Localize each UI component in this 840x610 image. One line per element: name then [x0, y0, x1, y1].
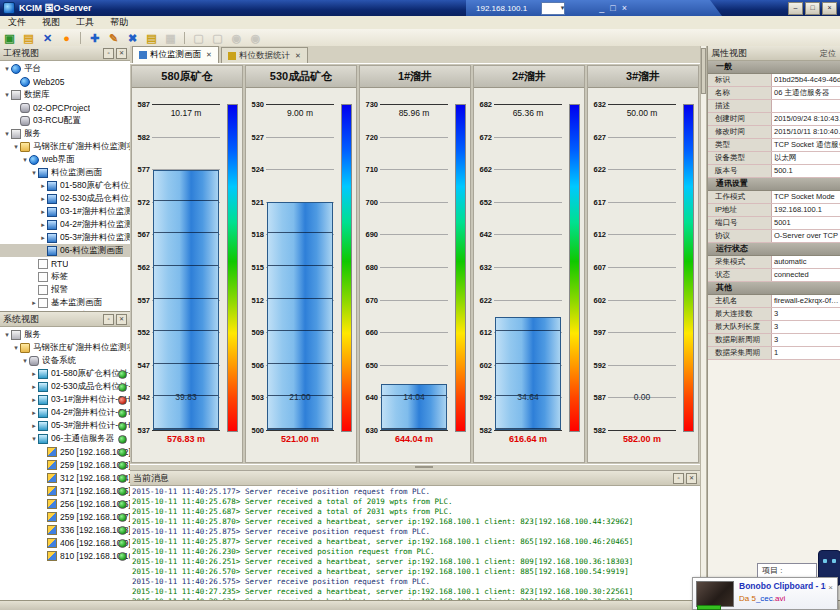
- tree-item[interactable]: ▾马钢张庄矿溜井料位监测项目-: [0, 341, 130, 354]
- tree-expander[interactable]: ▾: [3, 91, 11, 99]
- mdi-button[interactable]: □: [610, 3, 615, 13]
- horizontal-splitter[interactable]: [130, 464, 700, 471]
- save-icon[interactable]: ▦: [162, 31, 179, 45]
- tree-item[interactable]: ▸03-1#溜井料位监测-Mon: [0, 205, 130, 218]
- monitor-a-icon[interactable]: ▢: [190, 31, 207, 45]
- document-tab[interactable]: 料位监测画面✕: [132, 46, 219, 63]
- menu-item[interactable]: 工具: [68, 16, 102, 29]
- property-row[interactable]: 版本号500.1: [708, 165, 840, 178]
- mdi-dropdown[interactable]: ▾: [541, 2, 565, 15]
- panel-close-icon[interactable]: ✕: [116, 48, 127, 59]
- list-view-icon[interactable]: ▤: [143, 31, 160, 45]
- property-row[interactable]: 采集模式automatic: [708, 256, 840, 269]
- tree-expander[interactable]: ▾: [3, 130, 11, 138]
- tree-expander[interactable]: ▸: [30, 299, 38, 307]
- tree-expander[interactable]: ▾: [3, 65, 11, 73]
- tree-item[interactable]: ▸02-530成品仓料位计-CH…: [0, 380, 130, 393]
- tree-item[interactable]: 259 [192.168.10.3]…: [0, 458, 130, 471]
- tree-item[interactable]: ▸01-580原矿仓料位计-CH…: [0, 367, 130, 380]
- tree-item[interactable]: ▸04-2#溜井料位计-CH…: [0, 406, 130, 419]
- window-button[interactable]: ×: [822, 2, 837, 15]
- property-row[interactable]: 创建时间2015/09/24 8:10:43…: [708, 113, 840, 126]
- tab-close-icon[interactable]: ✕: [295, 52, 301, 60]
- property-row[interactable]: 设备类型以太网: [708, 152, 840, 165]
- log-close-icon[interactable]: ✕: [686, 473, 697, 484]
- property-row[interactable]: 状态connected: [708, 269, 840, 282]
- tree-item[interactable]: 259 [192.168.10.7]…: [0, 510, 130, 523]
- property-section-header[interactable]: 一般: [708, 61, 840, 74]
- run-icon[interactable]: ◉: [228, 31, 245, 45]
- tree-item[interactable]: 报警: [0, 283, 130, 296]
- tree-expander[interactable]: ▸: [30, 409, 38, 417]
- property-row[interactable]: 描述: [708, 100, 840, 113]
- vertical-scrollbar[interactable]: [700, 46, 707, 600]
- panel-pin-icon[interactable]: ▫: [103, 48, 114, 59]
- tree-item[interactable]: 312 [192.168.10.4]…: [0, 471, 130, 484]
- property-row[interactable]: 名称06 主通信服务器: [708, 87, 840, 100]
- stop-icon[interactable]: ◉: [247, 31, 264, 45]
- property-row[interactable]: 标识01bd25b4-4c49-46d5…: [708, 74, 840, 87]
- menu-item[interactable]: 帮助: [102, 16, 136, 29]
- panel-pin-icon[interactable]: ▫: [103, 314, 114, 325]
- mdi-button[interactable]: _: [599, 3, 604, 13]
- notification-close-icon[interactable]: ×: [826, 581, 834, 606]
- property-row[interactable]: 最大连接数3: [708, 308, 840, 321]
- property-row[interactable]: 修改时间2015/10/11 8:10:40…: [708, 126, 840, 139]
- edit-icon[interactable]: ✎: [105, 31, 122, 45]
- tree-expander[interactable]: ▸: [30, 370, 38, 378]
- tree-item[interactable]: ▸基本监测画面: [0, 296, 130, 309]
- tree-item[interactable]: 256 [192.168.10.6]…: [0, 497, 130, 510]
- tree-expander[interactable]: ▸: [39, 221, 47, 229]
- open-project-icon[interactable]: ▣: [1, 31, 18, 45]
- monitor-b-icon[interactable]: ▢: [209, 31, 226, 45]
- alarm-icon[interactable]: ●: [58, 31, 75, 45]
- property-row[interactable]: 数据刷新周期3: [708, 334, 840, 347]
- tree-item[interactable]: ▸02-530成品仓料位监测-Mon: [0, 192, 130, 205]
- tree-expander[interactable]: ▸: [39, 182, 47, 190]
- tree-expander[interactable]: ▾: [21, 357, 29, 365]
- tree-item[interactable]: ▸05-3#溜井料位监测-Mon: [0, 231, 130, 244]
- tree-item[interactable]: 250 [192.168.10.2]…: [0, 445, 130, 458]
- property-section-header[interactable]: 运行状态: [708, 243, 840, 256]
- tree-item[interactable]: ▾06-主通信服务器: [0, 432, 130, 445]
- close-project-icon[interactable]: ✕: [39, 31, 56, 45]
- window-button[interactable]: –: [788, 2, 803, 15]
- property-row[interactable]: 数据采集周期1: [708, 347, 840, 360]
- open-folder-icon[interactable]: ▤: [20, 31, 37, 45]
- mdi-document-tab[interactable]: 192.168.100.1 ▾ _□×: [466, 0, 722, 16]
- tree-item[interactable]: ▾服务: [0, 328, 130, 341]
- tree-item[interactable]: ▾料位监测画面: [0, 166, 130, 179]
- tree-expander[interactable]: ▸: [30, 422, 38, 430]
- tree-item[interactable]: ▾平台: [0, 62, 130, 75]
- tree-expander[interactable]: ▸: [30, 383, 38, 391]
- tree-item-selected[interactable]: 06-料位监测画面: [0, 244, 130, 257]
- tree-item[interactable]: ▾设备系统: [0, 354, 130, 367]
- tree-item[interactable]: 371 [192.168.10.5]…: [0, 484, 130, 497]
- property-row[interactable]: 工作模式TCP Socket Mode: [708, 191, 840, 204]
- property-row[interactable]: 协议O-Server over TCP: [708, 230, 840, 243]
- tree-item[interactable]: 03-RCU配置: [0, 114, 130, 127]
- tree-item[interactable]: 810 [192.168.10.10]…: [0, 549, 130, 562]
- tree-item[interactable]: ▾数据库: [0, 88, 130, 101]
- tree-expander[interactable]: ▾: [12, 143, 20, 151]
- property-row[interactable]: 端口号5001: [708, 217, 840, 230]
- tree-expander[interactable]: ▸: [30, 396, 38, 404]
- locate-link[interactable]: 定位: [820, 48, 836, 59]
- menu-item[interactable]: 视图: [34, 16, 68, 29]
- scrollbar-thumb[interactable]: [701, 48, 706, 94]
- tree-item[interactable]: ▸01-580原矿仓料位监测-Mon: [0, 179, 130, 192]
- clipboard-notification[interactable]: Bonobo Clipboard - 10% Da 5_cec.avi ×: [692, 577, 838, 610]
- tree-expander[interactable]: ▸: [39, 195, 47, 203]
- tree-expander[interactable]: ▾: [21, 156, 29, 164]
- tree-item[interactable]: 标签: [0, 270, 130, 283]
- add-icon[interactable]: ✚: [86, 31, 103, 45]
- tree-item[interactable]: ▸04-2#溜井料位监测-Mon: [0, 218, 130, 231]
- tree-item[interactable]: ▾马钢张庄矿溜井料位监测项目画面-: [0, 140, 130, 153]
- log-restore-icon[interactable]: ▫: [673, 473, 684, 484]
- tab-close-icon[interactable]: ✕: [206, 51, 212, 59]
- tree-expander[interactable]: ▾: [30, 169, 38, 177]
- tree-item[interactable]: RTU: [0, 257, 130, 270]
- tree-item[interactable]: 406 [192.168.10.9]…: [0, 536, 130, 549]
- tree-item[interactable]: 336 [192.168.10.8]…: [0, 523, 130, 536]
- tree-item[interactable]: Web205: [0, 75, 130, 88]
